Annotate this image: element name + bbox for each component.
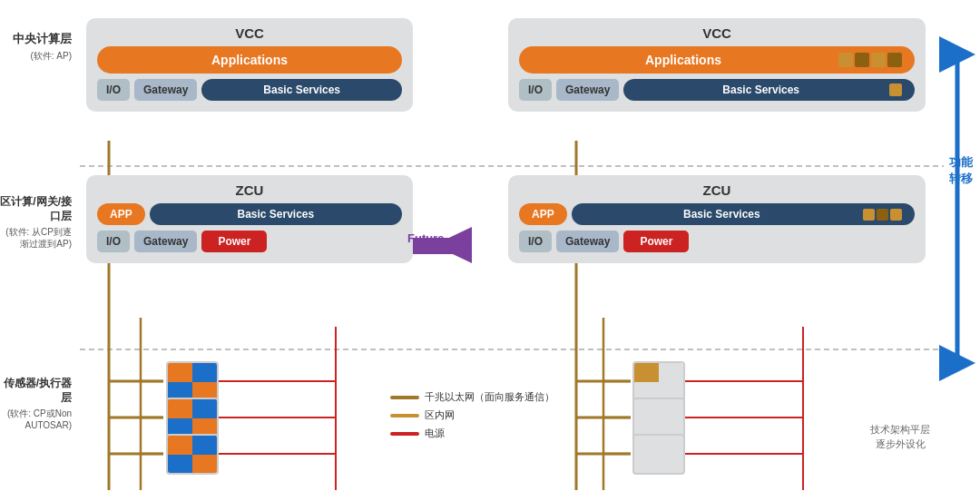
left-sensor-2 xyxy=(166,398,219,438)
right-basic-services-box: Basic Services xyxy=(623,79,915,101)
right-side-label: 功能 转移 xyxy=(949,154,973,187)
right-zcu-basic-services: Basic Services xyxy=(572,203,915,225)
legend-label-1: 千兆以太网（面向服务通信） xyxy=(425,390,554,404)
bottom-right-label: 技术架构平层 逐步外设化 xyxy=(870,423,930,451)
right-zcu-gateway-box: Gateway xyxy=(556,231,619,252)
legend-item-2: 区内网 xyxy=(390,408,554,422)
bottom-label-1: 技术架构平层 xyxy=(870,423,930,437)
right-service-row: I/O Gateway Basic Services xyxy=(519,79,915,101)
layer2-label: 区计算/网关/接口层 (软件: 从CP到逐渐过渡到AP) xyxy=(0,195,77,250)
layer3-label: 传感器/执行器层 (软件: CP或Non AUTOSAR) xyxy=(0,377,77,431)
right-sensor-1 xyxy=(632,361,685,402)
right-zcu-io-box: I/O xyxy=(519,231,552,252)
layer1-label: 中央计算层 (软件: AP) xyxy=(0,32,77,62)
right-sensor-2 xyxy=(632,398,685,438)
right-sensor-3 xyxy=(632,434,685,475)
layer2-sub: (软件: 从CP到逐渐过渡到AP) xyxy=(0,226,72,250)
right-applications-label: Applications xyxy=(532,53,835,67)
legend-item-3: 电源 xyxy=(390,427,554,440)
legend: 千兆以太网（面向服务通信） 区内网 电源 xyxy=(390,390,554,440)
layer1-sub: (软件: AP) xyxy=(0,50,72,62)
layer3-sub: (软件: CP或Non AUTOSAR) xyxy=(0,408,72,431)
layer1-main: 中央计算层 xyxy=(0,32,72,47)
right-label-line1: 功能 xyxy=(949,154,973,171)
right-gateway-box: Gateway xyxy=(556,79,619,101)
layer3-main: 传感器/执行器层 xyxy=(0,377,72,405)
right-zcu-bottom-row: I/O Gateway Power xyxy=(519,231,915,252)
legend-label-2: 区内网 xyxy=(425,408,455,422)
left-vcc-title: VCC xyxy=(97,25,402,41)
right-io-box: I/O xyxy=(519,79,552,101)
right-vcc-title: VCC xyxy=(519,25,915,41)
left-zcu-gateway-box: Gateway xyxy=(134,231,197,252)
future-label: Future xyxy=(407,231,444,245)
left-zcu-title: ZCU xyxy=(97,182,402,198)
right-app-squares xyxy=(838,53,902,67)
left-zcu-basic-services: Basic Services xyxy=(150,203,402,225)
layer2-main: 区计算/网关/接口层 xyxy=(0,195,72,223)
left-gateway-box: Gateway xyxy=(134,79,197,101)
right-zcu-box: ZCU APP Basic Services I/O Gateway xyxy=(508,175,926,263)
right-label-line2: 转移 xyxy=(949,171,973,187)
right-bs-square xyxy=(889,84,902,96)
left-io-box: I/O xyxy=(97,79,130,101)
left-zcu-bottom-row: I/O Gateway Power xyxy=(97,231,402,252)
right-app-box: APP xyxy=(519,203,567,225)
left-zcu-box: ZCU APP Basic Services I/O Gateway Power xyxy=(86,175,413,263)
legend-item-1: 千兆以太网（面向服务通信） xyxy=(390,390,554,404)
left-sensor-1 xyxy=(166,361,219,402)
left-power-box: Power xyxy=(201,231,267,252)
left-service-row: I/O Gateway Basic Services xyxy=(97,79,402,101)
left-applications-label: Applications xyxy=(211,53,288,67)
right-vcc-box: VCC Applications I/O Gateway Basic Servi… xyxy=(508,18,926,112)
left-zcu-top-row: APP Basic Services xyxy=(97,203,402,225)
page: 中央计算层 (软件: AP) 区计算/网关/接口层 (软件: 从CP到逐渐过渡到… xyxy=(0,0,980,501)
legend-label-3: 电源 xyxy=(425,427,445,440)
left-sensor-3 xyxy=(166,434,219,475)
left-app-box: APP xyxy=(97,203,145,225)
right-power-box: Power xyxy=(623,231,689,252)
right-applications-bar: Applications xyxy=(519,46,915,74)
left-basic-services-box: Basic Services xyxy=(201,79,402,101)
left-zcu-io-box: I/O xyxy=(97,231,130,252)
right-zcu-top-row: APP Basic Services xyxy=(519,203,915,225)
left-vcc-box: VCC Applications I/O Gateway Basic Servi… xyxy=(86,18,413,112)
left-applications-bar: Applications xyxy=(97,46,402,74)
bottom-label-2: 逐步外设化 xyxy=(870,437,930,451)
right-zcu-bs-squares xyxy=(863,209,902,221)
right-zcu-title: ZCU xyxy=(519,182,915,198)
